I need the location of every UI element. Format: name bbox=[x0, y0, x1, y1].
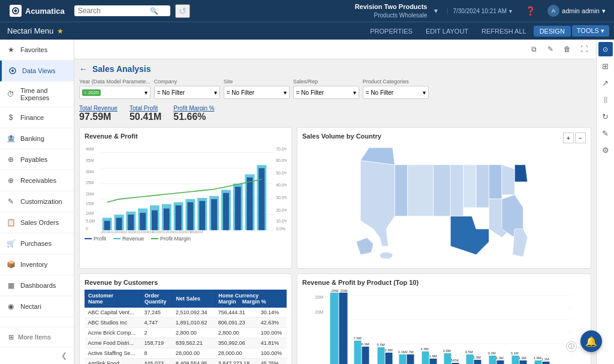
right-panel-filter-icon[interactable]: ⧚ bbox=[598, 92, 613, 107]
year-filter-select[interactable]: = 2020 ▾ bbox=[79, 86, 151, 99]
map-zoom-out[interactable]: − bbox=[575, 133, 586, 143]
sidebar-item-dashboards[interactable]: ▦ Dashboards bbox=[0, 275, 74, 296]
info-button[interactable]: ⓘ bbox=[566, 341, 577, 352]
main-layout: ★ Favorites Data Views ⏱ Time and Expens… bbox=[0, 40, 614, 364]
company-filter-select[interactable]: = No Filter ▾ bbox=[154, 86, 220, 99]
product-categories-select[interactable]: = No Filter ▾ bbox=[363, 86, 429, 99]
date-value: 7/30/2024 bbox=[453, 8, 480, 14]
payables-icon: ⊕ bbox=[6, 155, 16, 164]
table-row[interactable]: Acme Food Distri...158,719839,562.21350,… bbox=[85, 338, 287, 348]
tools-button[interactable]: TOOLS ▾ bbox=[572, 25, 609, 37]
sidebar-item-purchases[interactable]: 🛒 Purchases bbox=[0, 233, 74, 254]
sidebar-item-data-views[interactable]: Data Views bbox=[0, 61, 74, 82]
table-row[interactable]: Acme Brick Comp...22,800.002,800.00100.0… bbox=[85, 328, 287, 338]
sidebar-more-items[interactable]: ⊞ More Items bbox=[0, 327, 74, 347]
date-dropdown-arrow[interactable]: ▾ bbox=[509, 8, 512, 14]
company-type: Products Wholesale bbox=[374, 11, 428, 19]
edit-pencil-icon[interactable]: ✎ bbox=[543, 42, 558, 56]
notification-button[interactable]: 🔔 bbox=[580, 330, 602, 352]
dashboard-title: Sales Analysis bbox=[92, 64, 151, 74]
map-zoom-in[interactable]: + bbox=[563, 133, 574, 143]
company-filter-label: Company bbox=[154, 79, 220, 85]
right-panel-refresh-icon[interactable]: ↻ bbox=[598, 109, 613, 124]
sidebar-item-favorites[interactable]: ★ Favorites bbox=[0, 40, 74, 61]
search-box[interactable]: 🔍 bbox=[74, 5, 170, 16]
sidebar-item-customization[interactable]: ✎ Customization bbox=[0, 191, 74, 212]
table-row[interactable]: ABC Studios Inc4,7471,891,010.62806,091.… bbox=[85, 318, 287, 328]
svg-text:3.2M: 3.2M bbox=[488, 351, 496, 355]
delete-icon[interactable]: 🗑 bbox=[560, 42, 574, 56]
top-navigation: Acumatica 🔍 ↺ Revision Two Products Prod… bbox=[0, 0, 614, 22]
back-button[interactable]: ← bbox=[79, 64, 88, 74]
svg-text:2.6M: 2.6M bbox=[385, 348, 393, 352]
sidebar-item-sales-orders[interactable]: 📋 Sales Orders bbox=[0, 212, 74, 233]
table-row[interactable]: ABC Capital Vent...37,2452,510,092.34756… bbox=[85, 308, 287, 318]
sidebar-item-payables[interactable]: ⊕ Payables bbox=[0, 149, 74, 170]
svg-rect-45 bbox=[164, 209, 170, 230]
history-button[interactable]: ↺ bbox=[175, 4, 190, 18]
content-header-icons: ⧉ ✎ 🗑 ⛶ bbox=[526, 42, 591, 56]
right-panel-data-icon[interactable]: ⊙ bbox=[598, 42, 613, 56]
sidebar-item-inventory[interactable]: 📦 Inventory bbox=[0, 254, 74, 275]
right-panel-edit-icon[interactable]: ✎ bbox=[598, 126, 613, 140]
profit-margin-label: Profit Margin % bbox=[173, 105, 214, 112]
svg-rect-47 bbox=[187, 202, 193, 230]
svg-text:15M: 15M bbox=[86, 201, 94, 206]
favorite-star[interactable]: ★ bbox=[57, 27, 64, 35]
charts-row-top: Revenue & Profit 40M 35M 30M 25M 20M 15M… bbox=[79, 127, 591, 269]
svg-text:1.3M: 1.3M bbox=[519, 356, 526, 360]
sidebar-collapse-button[interactable]: ❮ bbox=[58, 350, 70, 362]
company-info[interactable]: Revision Two Products Products Wholesale bbox=[355, 2, 428, 19]
sidebar-label-finance: Finance bbox=[20, 114, 44, 121]
sidebar-item-time-expenses[interactable]: ⏱ Time and Expenses bbox=[0, 82, 74, 107]
svg-text:2020Q1: 2020Q1 bbox=[152, 230, 165, 233]
legend-profit-margin: Profit Margin bbox=[151, 236, 191, 242]
refresh-all-button[interactable]: REFRESH ALL bbox=[475, 26, 532, 37]
revenue-product-panel: Revenue & Profit by Product (Top 10) 20M… bbox=[297, 273, 591, 364]
company-dropdown-arrow[interactable]: ▾ bbox=[434, 7, 438, 15]
sidebar-label-nectari: Nectari bbox=[20, 303, 41, 310]
filters-row: Year (Data Model Paramete... = 2020 ▾ Co… bbox=[79, 79, 591, 99]
right-panel-settings-icon[interactable]: ⚙ bbox=[598, 143, 613, 157]
svg-text:70.0%: 70.0% bbox=[276, 147, 287, 152]
properties-button[interactable]: PROPERTIES bbox=[364, 26, 419, 37]
site-dropdown-icon: ▾ bbox=[284, 89, 287, 96]
sidebar-item-finance[interactable]: $ Finance bbox=[0, 107, 74, 128]
sales-volume-title: Sales Volume by Country bbox=[302, 133, 381, 140]
table-row[interactable]: Agrilink Food445,0738,409,554.953,847,27… bbox=[85, 359, 287, 365]
svg-text:0.0%: 0.0% bbox=[276, 227, 285, 231]
right-panel-grid-icon[interactable]: ⊞ bbox=[598, 59, 613, 73]
right-panel-share-icon[interactable]: ↗ bbox=[598, 76, 613, 90]
svg-text:2019Q4: 2019Q4 bbox=[140, 230, 154, 233]
company-filter: Company = No Filter ▾ bbox=[154, 79, 220, 99]
copy-icon[interactable]: ⧉ bbox=[526, 42, 541, 56]
site-filter-select[interactable]: = No Filter ▾ bbox=[224, 86, 290, 99]
legend-profit: Profit bbox=[85, 236, 106, 242]
svg-text:10M: 10M bbox=[86, 211, 94, 216]
sidebar-item-banking[interactable]: 🏦 Banking bbox=[0, 128, 74, 149]
table-row[interactable]: Active Staffing Se...828,000.0028,000.00… bbox=[85, 348, 287, 359]
site-filter-label: Site bbox=[224, 79, 290, 85]
sidebar-item-nectari[interactable]: ◉ Nectari bbox=[0, 296, 74, 317]
acumatica-logo[interactable]: Acumatica bbox=[5, 5, 70, 17]
data-views-icon bbox=[8, 66, 17, 76]
svg-text:2019Q3: 2019Q3 bbox=[127, 230, 140, 233]
expand-icon[interactable]: ⛶ bbox=[577, 42, 591, 56]
total-profit-label: Total Profit bbox=[130, 105, 161, 112]
help-icon[interactable]: ❓ bbox=[522, 6, 539, 16]
svg-rect-92 bbox=[422, 351, 429, 364]
sidebar-item-receivables[interactable]: ⊕ Receivables bbox=[0, 170, 74, 191]
sidebar-label-banking: Banking bbox=[20, 135, 44, 142]
svg-text:60.0%: 60.0% bbox=[276, 158, 287, 163]
edit-layout-button[interactable]: EDIT LAYOUT bbox=[420, 26, 474, 37]
svg-rect-48 bbox=[199, 201, 205, 230]
svg-text:25M: 25M bbox=[86, 181, 94, 185]
favorites-icon: ★ bbox=[6, 45, 16, 55]
salesrep-filter-select[interactable]: = No Filter ▾ bbox=[293, 86, 359, 99]
company-name: Revision Two Products bbox=[355, 2, 428, 11]
user-menu[interactable]: A admin admin ▾ bbox=[544, 5, 609, 17]
year-filter-tag: = 2020 bbox=[82, 89, 101, 96]
svg-text:2019Q2: 2019Q2 bbox=[115, 230, 128, 233]
design-button[interactable]: DESIGN bbox=[534, 26, 571, 37]
search-input[interactable] bbox=[78, 7, 150, 15]
